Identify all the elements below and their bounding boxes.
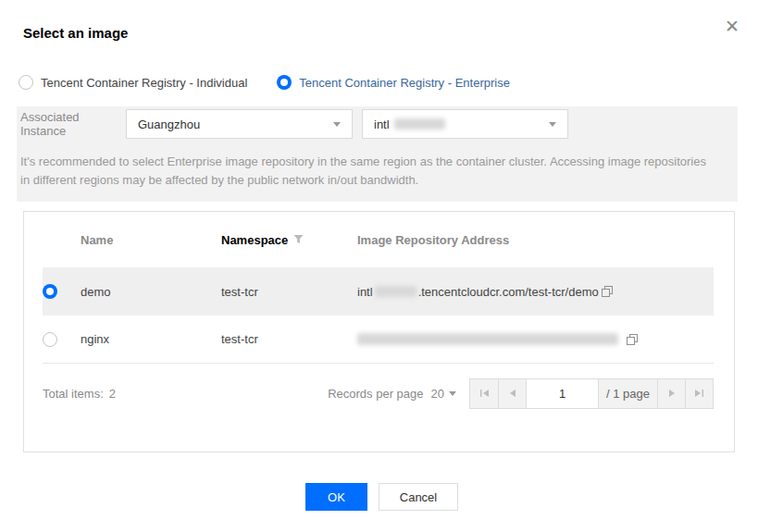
- table-header: Name Namespace Image Repository Address: [43, 212, 714, 267]
- chevron-down-icon[interactable]: [449, 391, 456, 396]
- table-footer: Total items: 2 Records per page 20: [43, 369, 714, 417]
- cell-name: demo: [81, 285, 221, 299]
- page-total-label: / 1 page: [598, 379, 657, 408]
- radio-label-individual: Tencent Container Registry - Individual: [41, 76, 247, 90]
- radio-selected-icon[interactable]: [43, 284, 57, 299]
- cell-address-suffix: .tencentcloudcr.com/test-tcr/demo: [418, 285, 599, 299]
- prev-page-button[interactable]: [498, 379, 526, 408]
- region-select-value: Guangzhou: [138, 118, 333, 131]
- image-table: Name Namespace Image Repository Address …: [23, 211, 735, 452]
- records-per-page-value[interactable]: 20: [431, 387, 444, 401]
- blurred-text: [375, 286, 416, 297]
- next-page-icon: [668, 389, 676, 398]
- blurred-text: [394, 118, 445, 130]
- radio-registry-enterprise[interactable]: Tencent Container Registry - Enterprise: [277, 75, 510, 90]
- column-header-name: Name: [81, 233, 221, 247]
- next-page-button[interactable]: [657, 379, 685, 408]
- last-page-button[interactable]: [685, 379, 713, 408]
- ok-button[interactable]: OK: [305, 483, 367, 511]
- records-per-page-label: Records per page: [328, 387, 423, 401]
- radio-label-enterprise: Tencent Container Registry - Enterprise: [299, 76, 510, 90]
- registry-type-options: Tencent Container Registry - Individual …: [19, 75, 510, 90]
- table-row[interactable]: nginx test-tcr: [43, 315, 714, 364]
- prev-page-icon: [509, 389, 516, 398]
- cell-namespace: test-tcr: [221, 332, 357, 346]
- total-items-value: 2: [109, 387, 116, 401]
- recommendation-notice: It's recommended to select Enterprise im…: [20, 153, 717, 190]
- column-header-address: Image Repository Address: [357, 233, 714, 247]
- select-image-dialog: Select an image ✕ Tencent Container Regi…: [0, 0, 758, 532]
- cell-namespace: test-tcr: [221, 285, 357, 299]
- radio-unselected-icon[interactable]: [43, 332, 57, 347]
- copy-icon[interactable]: [601, 285, 614, 298]
- radio-selected-icon[interactable]: [277, 75, 292, 90]
- associated-instance-label: Associated Instance: [17, 110, 126, 138]
- instance-select[interactable]: intl: [362, 109, 568, 139]
- region-select[interactable]: Guangzhou: [126, 109, 353, 139]
- chevron-down-icon: [549, 122, 556, 127]
- filter-icon[interactable]: [293, 234, 304, 244]
- blurred-text: [357, 333, 618, 345]
- total-items-label: Total items:: [43, 387, 104, 401]
- first-page-icon: [479, 389, 490, 398]
- cancel-button[interactable]: Cancel: [379, 483, 458, 511]
- chevron-down-icon: [333, 122, 341, 127]
- cell-address-prefix: intl: [357, 285, 373, 299]
- radio-unselected-icon[interactable]: [19, 75, 33, 90]
- column-header-namespace: Namespace: [221, 233, 288, 247]
- page-number-input[interactable]: 1: [526, 379, 598, 408]
- cell-name: nginx: [81, 332, 221, 346]
- first-page-button[interactable]: [470, 379, 498, 408]
- copy-icon[interactable]: [626, 333, 639, 346]
- last-page-icon: [694, 389, 704, 398]
- instance-panel: Associated Instance Guangzhou intl It's …: [17, 106, 738, 202]
- close-icon[interactable]: ✕: [721, 15, 743, 37]
- instance-select-value: intl: [374, 118, 390, 131]
- pagination: 1 / 1 page: [469, 378, 714, 409]
- table-row[interactable]: demo test-tcr intl .tencentcloudcr.com/t…: [43, 267, 714, 315]
- radio-registry-individual[interactable]: Tencent Container Registry - Individual: [19, 75, 247, 90]
- page-title: Select an image: [23, 25, 128, 41]
